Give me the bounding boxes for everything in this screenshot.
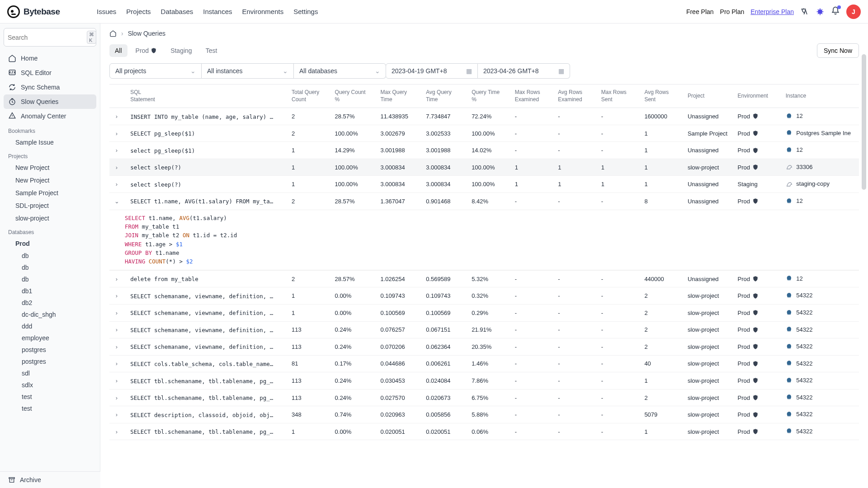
topnav-instances[interactable]: Instances [203, 8, 232, 15]
sidebar-item-home[interactable]: Home [4, 51, 96, 66]
col-header[interactable]: Max RowsSent [598, 84, 641, 108]
tab-prod[interactable]: Prod [130, 44, 163, 57]
sidebar-sub-item[interactable]: db1 [4, 285, 96, 297]
sidebar-sub-item[interactable]: db [4, 262, 96, 273]
expand-toggle[interactable]: › [113, 276, 120, 282]
sidebar-sub-item[interactable]: postgres [4, 344, 96, 356]
sidebar-sub-item[interactable]: dc-dic_shgh [4, 309, 96, 320]
sidebar-item-slow-queries[interactable]: Slow Queries [4, 94, 96, 109]
sidebar-sub-item[interactable]: db [4, 250, 96, 262]
expand-toggle[interactable]: › [113, 428, 120, 435]
expand-toggle[interactable]: › [113, 360, 120, 367]
search-box[interactable]: ⌘ K [4, 28, 96, 47]
topnav-settings[interactable]: Settings [293, 8, 318, 15]
sidebar-sub-item[interactable]: SDL-project [4, 199, 96, 212]
topnav-projects[interactable]: Projects [126, 8, 151, 15]
expand-toggle[interactable]: › [113, 411, 120, 418]
tab-staging[interactable]: Staging [165, 44, 197, 57]
search-input[interactable] [8, 34, 87, 41]
col-header[interactable]: Avg RowsSent [641, 84, 684, 108]
tab-test[interactable]: Test [200, 44, 223, 57]
col-header[interactable]: Max RowsExamined [511, 84, 555, 108]
table-row[interactable]: ›delete from my_table228.57%1.0262540.56… [109, 270, 859, 287]
table-row[interactable]: ›SELECT schemaname, viewname, definition… [109, 338, 859, 356]
sidebar-sub-item[interactable]: sdlx [4, 379, 96, 391]
sidebar-item-sync-schema[interactable]: Sync Schema [4, 80, 96, 94]
sidebar-sub-item[interactable]: Sample Project [4, 187, 96, 199]
table-row[interactable]: ›INSERT INTO my_table (name, age, salary… [109, 108, 859, 125]
scrollbar-thumb[interactable] [862, 54, 866, 190]
expand-toggle[interactable]: ⌄ [113, 198, 120, 205]
filter-date-to[interactable]: 2023-04-26 GMT+8▦ [478, 63, 570, 79]
table-row[interactable]: ›SELECT cols.table_schema, cols.table_na… [109, 355, 859, 372]
sidebar-sub-item[interactable]: New Project [4, 174, 96, 187]
table-row[interactable]: ›SELECT tbl.schemaname, tbl.tablename, p… [109, 389, 859, 406]
filter-instance[interactable]: All instances⌄ [202, 63, 294, 79]
notifications-button[interactable] [831, 6, 840, 17]
table-row[interactable]: ›SELECT description, classoid, objoid, o… [109, 406, 859, 423]
bug-icon[interactable] [816, 7, 825, 16]
col-header[interactable]: Avg RowsExamined [554, 84, 598, 108]
expand-toggle[interactable]: › [113, 326, 120, 333]
table-row[interactable]: ›SELECT schemaname, viewname, definition… [109, 304, 859, 321]
expand-toggle[interactable]: › [113, 164, 120, 171]
table-row[interactable]: ›SELECT tbl.schemaname, tbl.tablename, p… [109, 423, 859, 440]
col-header[interactable]: Project [684, 84, 734, 108]
col-header[interactable]: SQLStatement [127, 84, 288, 108]
topnav-databases[interactable]: Databases [161, 8, 193, 15]
sidebar-item-anomaly-center[interactable]: Anomaly Center [4, 109, 96, 123]
sidebar-sub-item[interactable]: test [4, 403, 96, 414]
sidebar-sub-item[interactable]: ddd [4, 320, 96, 332]
avatar[interactable]: J [846, 5, 861, 19]
sidebar-item-sql-editor[interactable]: SQL Editor [4, 66, 96, 80]
table-row[interactable]: ›SELECT schemaname, viewname, definition… [109, 287, 859, 305]
filter-project[interactable]: All projects⌄ [109, 63, 202, 79]
table-row[interactable]: ›select pg_sleep($1)114.29%3.0019883.001… [109, 142, 859, 159]
sidebar-db-env[interactable]: Prod [4, 237, 96, 250]
filter-database[interactable]: All databases⌄ [294, 63, 386, 79]
plan-enterprise[interactable]: Enterprise Plan [750, 8, 794, 15]
col-header[interactable]: Query Time% [468, 84, 511, 108]
plan-free[interactable]: Free Plan [686, 8, 714, 15]
sidebar-sub-item[interactable]: test [4, 391, 96, 403]
topnav-issues[interactable]: Issues [97, 8, 116, 15]
expand-toggle[interactable]: › [113, 181, 120, 188]
sidebar-sub-item[interactable]: New Project [4, 161, 96, 174]
logo[interactable]: Bytebase [7, 5, 97, 18]
tab-all[interactable]: All [109, 44, 127, 57]
home-icon[interactable] [109, 30, 117, 37]
sidebar-sub-item[interactable]: db2 [4, 297, 96, 309]
col-header[interactable]: Instance [782, 84, 859, 108]
col-header[interactable] [109, 84, 127, 108]
sync-now-button[interactable]: Sync Now [817, 43, 859, 58]
expand-toggle[interactable]: › [113, 130, 120, 137]
sidebar-sub-item[interactable]: Sample Issue [4, 136, 96, 149]
table-row[interactable]: ›SELECT tbl.schemaname, tbl.tablename, p… [109, 372, 859, 389]
expand-toggle[interactable]: › [113, 113, 120, 120]
sidebar-sub-item[interactable]: sdl [4, 367, 96, 379]
col-header[interactable]: Total QueryCount [288, 84, 331, 108]
col-header[interactable]: Environment [734, 84, 782, 108]
topnav-environments[interactable]: Environments [242, 8, 283, 15]
expand-toggle[interactable]: › [113, 343, 120, 350]
sidebar-sub-item[interactable]: db [4, 273, 96, 285]
expand-toggle[interactable]: › [113, 147, 120, 154]
table-row[interactable]: ›select sleep(?)1100.00%3.0008343.000834… [109, 159, 859, 176]
archive-link[interactable]: Archive [0, 471, 100, 488]
col-header[interactable]: Max QueryTime [377, 84, 422, 108]
table-row[interactable]: ›SELECT pg_sleep($1)2100.00%3.0026793.00… [109, 125, 859, 142]
expand-toggle[interactable]: › [113, 310, 120, 316]
language-icon[interactable] [800, 7, 809, 16]
sidebar-sub-item[interactable]: postgres [4, 356, 96, 367]
filter-date-from[interactable]: 2023-04-19 GMT+8▦ [386, 63, 478, 79]
expand-toggle[interactable]: › [113, 292, 120, 299]
table-row[interactable]: ›SELECT schemaname, viewname, definition… [109, 321, 859, 338]
sidebar-sub-item[interactable]: slow-project [4, 212, 96, 225]
table-row[interactable]: ⌄SELECT t1.name, AVG(t1.salary) FROM my_… [109, 193, 859, 210]
table-row[interactable]: ›select sleep(?)1100.00%3.0008343.000834… [109, 176, 859, 193]
col-header[interactable]: Avg QueryTime [422, 84, 468, 108]
plan-pro[interactable]: Pro Plan [720, 8, 745, 15]
col-header[interactable]: Query Count% [331, 84, 377, 108]
expand-toggle[interactable]: › [113, 394, 120, 401]
sidebar-sub-item[interactable]: employee [4, 332, 96, 344]
